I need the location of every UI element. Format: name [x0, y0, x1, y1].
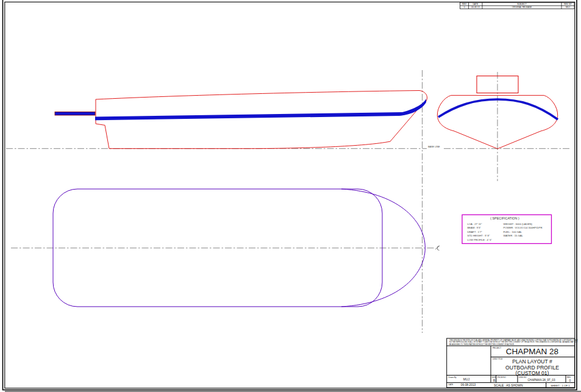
svg-text:(CUSTOM 01): (CUSTOM 01) — [516, 370, 549, 376]
svg-text:0: 0 — [464, 6, 465, 9]
svg-text:0: 0 — [569, 379, 571, 382]
svg-text:POWER : VOLVO D4 300HP/DPR: POWER : VOLVO D4 300HP/DPR — [504, 226, 543, 229]
svg-text:LOA : 27' 11": LOA : 27' 11" — [468, 223, 483, 226]
svg-text:CHAPMAN 28_9T_03: CHAPMAN 28_9T_03 — [528, 379, 555, 382]
svg-text:STD HEIGHT : 9' 8": STD HEIGHT : 9' 8" — [468, 234, 490, 237]
svg-text:06-08-2013: 06-08-2013 — [461, 383, 476, 387]
svg-text:( SPECIFICATION ): ( SPECIFICATION ) — [490, 216, 519, 220]
svg-text:THIS DESIGN IS THE INTELLECTUA: THIS DESIGN IS THE INTELLECTUAL AND GENE… — [449, 339, 578, 341]
svg-text:SCALE : AS SHOWN: SCALE : AS SHOWN — [494, 383, 523, 387]
svg-text:WEIGHT : 6000 (LADEN): WEIGHT : 6000 (LADEN) — [504, 223, 533, 226]
svg-text:DWG TITLE: DWG TITLE — [493, 358, 502, 360]
svg-text:BEAM : 9'3": BEAM : 9'3" — [468, 226, 482, 229]
svg-text:PLAN LAYOUT #: PLAN LAYOUT # — [512, 358, 552, 365]
svg-text:SUBJECT: SUBJECT — [517, 3, 526, 5]
svg-text:WATER : 15 GAL: WATER : 15 GAL — [504, 234, 524, 237]
svg-text:FSCM NO: FSCM NO — [497, 376, 506, 379]
svg-text:BE ASSIGNED TO THIRD PARTIES W: BE ASSIGNED TO THIRD PARTIES WITHOUT THE… — [449, 343, 515, 346]
svg-text:REV. BY: REV. BY — [564, 3, 572, 5]
svg-text:MUJ: MUJ — [566, 6, 570, 9]
svg-text:MUJ: MUJ — [463, 377, 470, 381]
svg-text:ORIGINAL RELEASE: ORIGINAL RELEASE — [512, 6, 532, 9]
svg-text:CHAPMAN 28: CHAPMAN 28 — [506, 347, 558, 356]
svg-text:PROJECT: PROJECT — [493, 347, 501, 349]
svg-text:BASE LINE: BASE LINE — [428, 146, 440, 148]
svg-text:Drawn By: Drawn By — [449, 376, 457, 379]
svg-text:DRAFT : 1'7": DRAFT : 1'7" — [468, 230, 483, 233]
svg-text:SIZE: SIZE — [492, 376, 496, 379]
svg-text:SHEET : 1 OF 1: SHEET : 1 OF 1 — [551, 384, 570, 387]
svg-text:LOW PROFILE : 4' 5": LOW PROFILE : 4' 5" — [468, 238, 493, 241]
svg-text:REV: REV — [462, 3, 467, 5]
svg-text:DWG NO: DWG NO — [519, 376, 527, 379]
svg-text:DATE: DATE — [449, 383, 454, 386]
svg-text:NOT BE REPRODUCED IN ALL OR IN: NOT BE REPRODUCED IN ALL OR IN PART TO A… — [449, 341, 578, 343]
svg-text:FUEL : 100 GAL: FUEL : 100 GAL — [504, 230, 522, 233]
svg-text:DATE: DATE — [472, 3, 479, 5]
svg-text:06-08-13: 06-08-13 — [471, 6, 480, 9]
